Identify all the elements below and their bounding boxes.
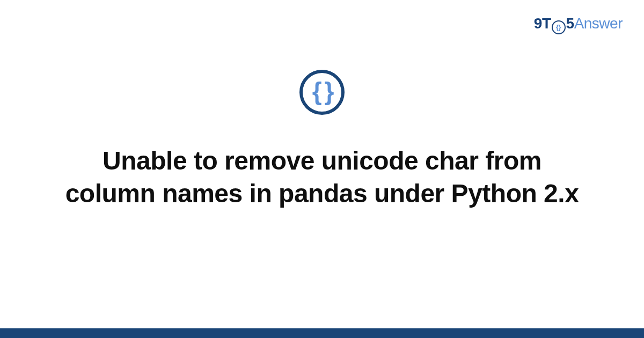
category-code-icon: { } — [299, 70, 345, 115]
logo-part-9t: 9T — [534, 15, 551, 32]
footer-bar — [0, 328, 644, 338]
logo-part-5: 5 — [566, 15, 574, 32]
question-title: Unable to remove unicode char from colum… — [59, 144, 585, 210]
main-content: { } Unable to remove unicode char from c… — [0, 70, 644, 210]
braces-icon: { } — [312, 79, 332, 104]
logo-part-answer: Answer — [574, 15, 623, 32]
logo-o-icon: {} — [552, 19, 566, 33]
site-logo[interactable]: 9T{}5Answer — [534, 15, 623, 33]
